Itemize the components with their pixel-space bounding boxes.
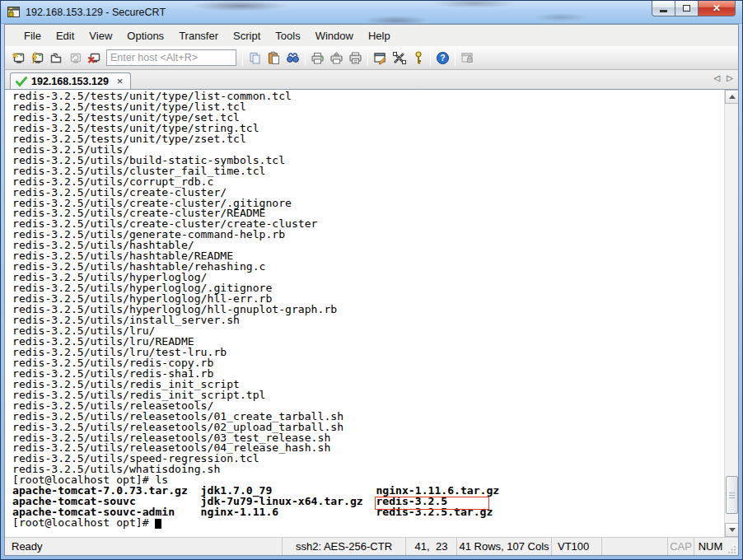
quick-connect-button[interactable] bbox=[27, 49, 46, 68]
terminal-prompt-line: [root@localhost opt]# bbox=[12, 518, 724, 529]
print-eject-button[interactable] bbox=[327, 49, 346, 68]
status-cursor-position: 41, 23 bbox=[405, 538, 456, 555]
resize-grip-icon bbox=[728, 545, 736, 553]
svg-text:?: ? bbox=[440, 53, 445, 63]
maximize-button[interactable] bbox=[675, 1, 699, 16]
find-button[interactable] bbox=[283, 49, 302, 68]
enter-host-input[interactable] bbox=[106, 49, 236, 66]
menu-script[interactable]: Script bbox=[226, 26, 268, 45]
copy-icon bbox=[248, 51, 262, 65]
session-tab[interactable]: 192.168.153.129 × bbox=[10, 72, 131, 90]
help-button[interactable]: ? bbox=[433, 49, 452, 68]
scroll-down-icon bbox=[729, 528, 736, 532]
toolbar-separator bbox=[455, 50, 456, 66]
redis-highlight-annotation bbox=[375, 497, 489, 510]
securecrt-window: 192.168.153.129 - SecureCRT ✕ File Edit … bbox=[0, 0, 743, 560]
session-lock-button[interactable] bbox=[458, 49, 477, 68]
terminal-area[interactable]: redis-3.2.5/tests/unit/type/list-common.… bbox=[5, 89, 738, 537]
print-setup-icon bbox=[348, 51, 362, 65]
status-empty-segment bbox=[601, 538, 667, 555]
keymap-editor-button[interactable] bbox=[390, 49, 409, 68]
menu-options[interactable]: Options bbox=[119, 26, 171, 45]
status-bar: Ready ssh2: AES-256-CTR 41, 23 41 Rows, … bbox=[5, 537, 738, 555]
scroll-up-icon bbox=[729, 95, 736, 99]
menu-transfer[interactable]: Transfer bbox=[171, 26, 226, 45]
copy-button[interactable] bbox=[245, 49, 264, 68]
toolbar-separator bbox=[305, 50, 306, 66]
connect-in-tab-icon bbox=[49, 51, 63, 65]
connect-icon bbox=[11, 51, 26, 65]
find-icon bbox=[286, 51, 300, 65]
status-num-lock: NUM bbox=[694, 538, 727, 555]
reconnect-icon bbox=[68, 51, 82, 65]
minimize-icon bbox=[660, 10, 667, 12]
status-screen-size: 41 Rows, 107 Cols bbox=[456, 538, 551, 555]
terminal-listing-text: redis-3.2.5/tests/unit/type/list-common.… bbox=[12, 91, 724, 486]
print-eject-icon bbox=[329, 51, 343, 65]
resize-grip[interactable] bbox=[727, 538, 738, 555]
connect-in-tab-button[interactable] bbox=[46, 49, 65, 68]
toolbar-separator bbox=[430, 50, 431, 66]
status-caps-lock: CAP bbox=[667, 538, 694, 555]
menu-edit[interactable]: Edit bbox=[49, 26, 82, 45]
connected-check-icon bbox=[16, 77, 27, 87]
disconnect-button[interactable] bbox=[84, 49, 103, 68]
paste-icon bbox=[267, 51, 281, 65]
session-options-button[interactable] bbox=[371, 49, 390, 68]
toolbar: ? bbox=[5, 46, 738, 70]
terminal-output[interactable]: redis-3.2.5/tests/unit/type/list-common.… bbox=[5, 90, 724, 537]
help-icon: ? bbox=[436, 51, 450, 65]
close-button[interactable]: ✕ bbox=[699, 1, 736, 16]
status-emulation: VT100 bbox=[551, 538, 601, 555]
key-icon bbox=[414, 51, 423, 65]
tab-scroll-right-icon[interactable]: ▷ bbox=[727, 73, 733, 82]
paste-button[interactable] bbox=[264, 49, 283, 68]
menu-tools[interactable]: Tools bbox=[268, 26, 307, 45]
tab-close-icon[interactable]: × bbox=[117, 77, 124, 86]
menu-file[interactable]: File bbox=[16, 26, 49, 45]
window-title: 192.168.153.129 - SecureCRT bbox=[26, 7, 166, 18]
vertical-scrollbar[interactable] bbox=[724, 90, 738, 537]
print-icon bbox=[311, 51, 325, 65]
print-setup-button[interactable] bbox=[346, 49, 365, 68]
terminal-ls-output: apache-tomcat-7.0.73.tar.gz jdk1.7.0_79 … bbox=[12, 486, 724, 518]
scrollbar-thumb[interactable] bbox=[726, 476, 738, 514]
scroll-down-button[interactable] bbox=[725, 523, 738, 537]
connect-button[interactable] bbox=[8, 49, 27, 68]
status-ready: Ready bbox=[5, 538, 282, 555]
shell-prompt: [root@localhost opt]# bbox=[12, 516, 155, 529]
toolbar-separator bbox=[242, 50, 243, 66]
session-tab-label: 192.168.153.129 bbox=[31, 76, 109, 87]
menu-view[interactable]: View bbox=[82, 26, 119, 45]
session-lock-icon bbox=[460, 51, 474, 65]
tab-scroll-left-icon[interactable]: ◁ bbox=[714, 73, 721, 82]
disconnect-icon bbox=[86, 51, 101, 65]
toolbar-separator bbox=[367, 50, 368, 66]
close-icon: ✕ bbox=[713, 2, 721, 14]
public-key-button[interactable] bbox=[409, 49, 428, 68]
session-options-icon bbox=[373, 51, 387, 65]
status-encryption: ssh2: AES-256-CTR bbox=[282, 538, 405, 555]
tab-bar: 192.168.153.129 × ◁ ▷ bbox=[5, 70, 738, 89]
terminal-cursor bbox=[155, 519, 161, 529]
menu-bar: File Edit View Options Transfer Script T… bbox=[5, 25, 738, 46]
keymap-editor-icon bbox=[392, 51, 407, 65]
print-button[interactable] bbox=[308, 49, 327, 68]
scroll-up-button[interactable] bbox=[725, 90, 738, 104]
reconnect-button[interactable] bbox=[65, 49, 84, 68]
quick-connect-icon bbox=[30, 51, 44, 65]
menu-help[interactable]: Help bbox=[361, 26, 398, 45]
menu-window[interactable]: Window bbox=[308, 26, 361, 45]
maximize-icon bbox=[683, 5, 690, 12]
title-bar[interactable]: 192.168.153.129 - SecureCRT ✕ bbox=[1, 1, 742, 24]
securecrt-app-icon bbox=[7, 6, 21, 19]
minimize-button[interactable] bbox=[652, 1, 675, 16]
